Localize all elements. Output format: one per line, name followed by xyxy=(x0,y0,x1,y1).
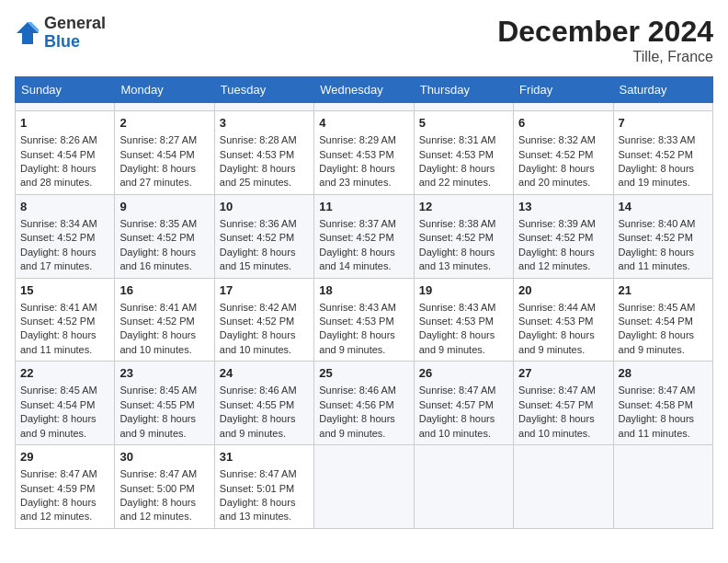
calendar-cell xyxy=(214,103,313,111)
logo: General Blue xyxy=(15,15,106,52)
day-number: 26 xyxy=(419,365,508,382)
logo-icon xyxy=(15,20,40,46)
calendar-cell xyxy=(16,103,115,111)
calendar-cell: 15Sunrise: 8:41 AMSunset: 4:52 PMDayligh… xyxy=(16,278,115,362)
calendar-cell: 25Sunrise: 8:46 AMSunset: 4:56 PMDayligh… xyxy=(314,362,414,445)
calendar-cell: 27Sunrise: 8:47 AMSunset: 4:57 PMDayligh… xyxy=(514,362,613,445)
day-number: 28 xyxy=(619,365,708,382)
day-number: 5 xyxy=(419,115,508,132)
calendar-cell: 9Sunrise: 8:35 AMSunset: 4:52 PMDaylight… xyxy=(115,194,214,278)
calendar-cell: 6Sunrise: 8:32 AMSunset: 4:52 PMDaylight… xyxy=(514,111,613,195)
calendar-cell xyxy=(314,445,414,529)
calendar-cell: 19Sunrise: 8:43 AMSunset: 4:53 PMDayligh… xyxy=(414,278,513,362)
logo-text: General Blue xyxy=(44,15,106,52)
day-number: 4 xyxy=(319,115,408,132)
day-number: 27 xyxy=(518,365,608,382)
day-number: 29 xyxy=(20,449,109,465)
month-year: December 2024 xyxy=(497,15,713,49)
day-number: 15 xyxy=(20,282,109,299)
calendar-cell: 10Sunrise: 8:36 AMSunset: 4:52 PMDayligh… xyxy=(214,194,313,278)
calendar-cell: 20Sunrise: 8:44 AMSunset: 4:53 PMDayligh… xyxy=(514,278,613,362)
day-number: 8 xyxy=(20,199,109,215)
day-number: 2 xyxy=(119,115,209,132)
calendar-cell xyxy=(514,103,613,111)
calendar-cell: 24Sunrise: 8:46 AMSunset: 4:55 PMDayligh… xyxy=(214,362,313,445)
day-of-week-header: Friday xyxy=(514,77,613,103)
calendar-cell xyxy=(514,445,613,529)
day-number: 12 xyxy=(419,199,508,215)
day-number: 9 xyxy=(119,199,209,215)
calendar-cell: 21Sunrise: 8:45 AMSunset: 4:54 PMDayligh… xyxy=(613,278,712,362)
calendar-cell xyxy=(314,103,414,111)
day-of-week-header: Wednesday xyxy=(314,77,414,103)
calendar-cell xyxy=(613,103,712,111)
calendar-cell: 22Sunrise: 8:45 AMSunset: 4:54 PMDayligh… xyxy=(16,362,115,445)
calendar-cell: 30Sunrise: 8:47 AMSunset: 5:00 PMDayligh… xyxy=(115,445,214,529)
day-of-week-header: Sunday xyxy=(16,77,115,103)
page-header: General Blue December 2024 Tille, France xyxy=(15,15,713,65)
calendar-cell: 1Sunrise: 8:26 AMSunset: 4:54 PMDaylight… xyxy=(16,111,115,195)
calendar-table: SundayMondayTuesdayWednesdayThursdayFrid… xyxy=(15,76,713,529)
calendar-cell: 5Sunrise: 8:31 AMSunset: 4:53 PMDaylight… xyxy=(414,111,513,195)
day-number: 24 xyxy=(220,365,309,382)
calendar-cell xyxy=(115,103,214,111)
day-number: 3 xyxy=(220,115,309,132)
day-of-week-header: Monday xyxy=(115,77,214,103)
calendar-week: 29Sunrise: 8:47 AMSunset: 4:59 PMDayligh… xyxy=(16,445,713,529)
calendar-week: 8Sunrise: 8:34 AMSunset: 4:52 PMDaylight… xyxy=(16,194,713,278)
day-of-week-header: Thursday xyxy=(414,77,513,103)
calendar-cell: 13Sunrise: 8:39 AMSunset: 4:52 PMDayligh… xyxy=(514,194,613,278)
day-of-week-header: Saturday xyxy=(613,77,712,103)
day-number: 16 xyxy=(119,282,209,299)
calendar-cell xyxy=(414,445,513,529)
calendar-cell: 29Sunrise: 8:47 AMSunset: 4:59 PMDayligh… xyxy=(16,445,115,529)
calendar-cell: 26Sunrise: 8:47 AMSunset: 4:57 PMDayligh… xyxy=(414,362,513,445)
day-number: 31 xyxy=(220,449,309,465)
calendar-cell: 11Sunrise: 8:37 AMSunset: 4:52 PMDayligh… xyxy=(314,194,414,278)
calendar-cell: 28Sunrise: 8:47 AMSunset: 4:58 PMDayligh… xyxy=(613,362,712,445)
day-number: 22 xyxy=(20,365,109,382)
day-number: 13 xyxy=(518,199,608,215)
location: Tille, France xyxy=(497,49,713,65)
calendar-cell: 12Sunrise: 8:38 AMSunset: 4:52 PMDayligh… xyxy=(414,194,513,278)
day-number: 10 xyxy=(220,199,309,215)
calendar-week xyxy=(16,103,713,111)
day-number: 14 xyxy=(619,199,708,215)
calendar-cell: 14Sunrise: 8:40 AMSunset: 4:52 PMDayligh… xyxy=(613,194,712,278)
day-of-week-header: Tuesday xyxy=(214,77,313,103)
calendar-cell xyxy=(414,103,513,111)
day-number: 11 xyxy=(319,199,408,215)
day-number: 1 xyxy=(20,115,109,132)
day-number: 25 xyxy=(319,365,408,382)
calendar-cell: 2Sunrise: 8:27 AMSunset: 4:54 PMDaylight… xyxy=(115,111,214,195)
calendar-cell: 16Sunrise: 8:41 AMSunset: 4:52 PMDayligh… xyxy=(115,278,214,362)
calendar-cell: 4Sunrise: 8:29 AMSunset: 4:53 PMDaylight… xyxy=(314,111,414,195)
calendar-cell: 7Sunrise: 8:33 AMSunset: 4:52 PMDaylight… xyxy=(613,111,712,195)
day-number: 19 xyxy=(419,282,508,299)
calendar-cell: 18Sunrise: 8:43 AMSunset: 4:53 PMDayligh… xyxy=(314,278,414,362)
day-number: 21 xyxy=(619,282,708,299)
svg-marker-0 xyxy=(17,22,39,44)
calendar-cell: 8Sunrise: 8:34 AMSunset: 4:52 PMDaylight… xyxy=(16,194,115,278)
day-number: 6 xyxy=(518,115,608,132)
calendar-week: 15Sunrise: 8:41 AMSunset: 4:52 PMDayligh… xyxy=(16,278,713,362)
calendar-cell xyxy=(613,445,712,529)
day-number: 23 xyxy=(119,365,209,382)
calendar-cell: 3Sunrise: 8:28 AMSunset: 4:53 PMDaylight… xyxy=(214,111,313,195)
calendar-cell: 23Sunrise: 8:45 AMSunset: 4:55 PMDayligh… xyxy=(115,362,214,445)
title-area: December 2024 Tille, France xyxy=(497,15,713,65)
calendar-week: 1Sunrise: 8:26 AMSunset: 4:54 PMDaylight… xyxy=(16,111,713,195)
calendar-cell: 17Sunrise: 8:42 AMSunset: 4:52 PMDayligh… xyxy=(214,278,313,362)
calendar-week: 22Sunrise: 8:45 AMSunset: 4:54 PMDayligh… xyxy=(16,362,713,445)
calendar-cell: 31Sunrise: 8:47 AMSunset: 5:01 PMDayligh… xyxy=(214,445,313,529)
day-number: 7 xyxy=(619,115,708,132)
day-number: 18 xyxy=(319,282,408,299)
day-number: 17 xyxy=(220,282,309,299)
day-number: 20 xyxy=(518,282,608,299)
day-number: 30 xyxy=(119,449,209,465)
